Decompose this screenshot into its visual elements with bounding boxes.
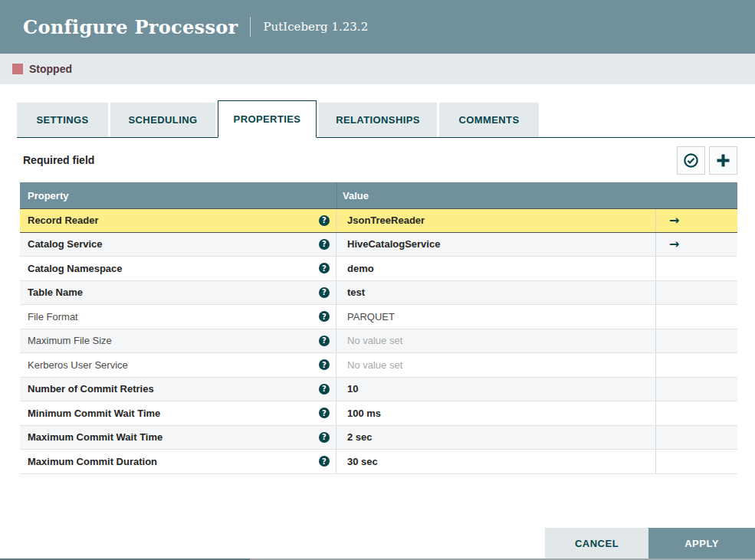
help-icon[interactable]: ? xyxy=(319,384,330,395)
property-value: No value set xyxy=(347,359,402,371)
property-row[interactable]: Minimum Commit Wait Time ? 100 ms xyxy=(20,401,737,426)
status-label: Stopped xyxy=(29,63,72,75)
dialog-header: Configure Processor PutIceberg 1.23.2 xyxy=(0,0,755,54)
help-icon[interactable]: ? xyxy=(319,359,330,370)
toolbar-buttons xyxy=(677,146,737,175)
help-icon[interactable]: ? xyxy=(319,287,330,298)
property-value: test xyxy=(347,287,365,298)
tab-comments[interactable]: COMMENTS xyxy=(439,103,539,137)
title-divider xyxy=(250,17,251,37)
go-to-service-icon[interactable]: → xyxy=(669,215,679,227)
property-row[interactable]: Table Name ? test xyxy=(20,281,737,306)
value-cell[interactable]: test xyxy=(336,281,656,305)
property-column-header: Property xyxy=(20,190,336,201)
help-icon[interactable]: ? xyxy=(319,311,330,322)
property-row[interactable]: Catalog Namespace ? demo xyxy=(20,257,737,281)
property-name: Minimum Commit Wait Time xyxy=(28,408,160,419)
help-icon[interactable]: ? xyxy=(319,432,330,443)
stopped-status-icon xyxy=(12,64,23,74)
property-value: 100 ms xyxy=(347,408,381,419)
property-row[interactable]: File Format ? PARQUET xyxy=(20,305,737,329)
help-icon[interactable]: ? xyxy=(319,215,330,226)
property-name: Kerberos User Service xyxy=(28,359,128,371)
property-row[interactable]: Maximum Commit Duration ? 30 sec xyxy=(20,450,737,474)
tab-label: SETTINGS xyxy=(36,114,88,126)
help-icon[interactable]: ? xyxy=(319,456,330,467)
configure-processor-dialog: Configure Processor PutIceberg 1.23.2 St… xyxy=(0,0,755,560)
dialog-footer: CANCEL APPLY xyxy=(545,528,755,558)
property-cell: Catalog Namespace ? xyxy=(20,257,336,280)
value-cell[interactable]: 100 ms xyxy=(336,401,656,425)
tab-label: PROPERTIES xyxy=(234,113,301,125)
actions-cell xyxy=(656,329,737,353)
value-cell[interactable]: 2 sec xyxy=(336,426,656,450)
value-column-header: Value xyxy=(336,182,656,208)
property-cell: File Format ? xyxy=(20,305,336,329)
property-row[interactable]: Record Reader ? JsonTreeReader → xyxy=(20,208,737,233)
value-cell[interactable]: 30 sec xyxy=(336,450,656,473)
property-value: 2 sec xyxy=(347,431,373,443)
value-cell[interactable]: No value set xyxy=(336,329,656,353)
property-value: 30 sec xyxy=(347,456,378,467)
table-header-row: Property Value xyxy=(20,182,737,208)
tab-relationships[interactable]: RELATIONSHIPS xyxy=(319,103,437,137)
value-cell[interactable]: JsonTreeReader xyxy=(336,209,656,232)
actions-cell xyxy=(656,353,737,377)
property-value: No value set xyxy=(347,335,402,346)
properties-table: Property Value Record Reader ? JsonTreeR… xyxy=(20,182,737,474)
property-name: Number of Commit Retries xyxy=(28,383,154,395)
property-value: HiveCatalogService xyxy=(347,238,440,250)
property-name: Table Name xyxy=(28,287,83,298)
value-cell[interactable]: demo xyxy=(336,257,656,280)
processor-name-version: PutIceberg 1.23.2 xyxy=(263,20,368,34)
value-cell[interactable]: PARQUET xyxy=(336,305,656,329)
dialog-title: Configure Processor xyxy=(23,16,238,38)
required-field-label: Required field xyxy=(23,154,94,166)
apply-button[interactable]: APPLY xyxy=(648,528,755,558)
property-name: Catalog Namespace xyxy=(28,263,123,274)
verify-properties-button[interactable] xyxy=(677,146,705,175)
value-cell[interactable]: HiveCatalogService xyxy=(336,233,656,257)
plus-icon xyxy=(715,152,731,169)
tab-scheduling[interactable]: SCHEDULING xyxy=(110,103,215,137)
property-name: Record Reader xyxy=(28,215,98,226)
status-bar: Stopped xyxy=(0,54,755,84)
property-row[interactable]: Kerberos User Service ? No value set xyxy=(20,353,737,378)
properties-toolbar: Required field xyxy=(23,138,737,182)
value-cell[interactable]: No value set xyxy=(336,353,656,377)
help-icon[interactable]: ? xyxy=(319,336,330,346)
property-cell: Maximum File Size ? xyxy=(20,329,336,353)
actions-cell xyxy=(656,281,737,305)
property-row[interactable]: Catalog Service ? HiveCatalogService → xyxy=(20,233,737,257)
property-cell: Record Reader ? xyxy=(20,209,336,232)
property-row[interactable]: Maximum File Size ? No value set xyxy=(20,329,737,354)
property-cell: Kerberos User Service ? xyxy=(20,353,336,377)
property-cell: Maximum Commit Wait Time ? xyxy=(20,426,336,450)
actions-cell: → xyxy=(656,209,737,232)
property-cell: Number of Commit Retries ? xyxy=(20,378,336,401)
actions-cell xyxy=(656,426,737,450)
property-name: Catalog Service xyxy=(28,238,103,250)
cancel-button[interactable]: CANCEL xyxy=(545,528,648,558)
actions-cell xyxy=(656,450,737,473)
tab-label: RELATIONSHIPS xyxy=(336,114,420,126)
value-cell[interactable]: 10 xyxy=(336,378,656,401)
tab-properties[interactable]: PROPERTIES xyxy=(218,100,317,138)
tab-bar: SETTINGSSCHEDULINGPROPERTIESRELATIONSHIP… xyxy=(17,103,755,138)
property-name: Maximum Commit Wait Time xyxy=(28,431,162,443)
tab-settings[interactable]: SETTINGS xyxy=(17,103,108,137)
tab-label: COMMENTS xyxy=(458,114,519,126)
go-to-service-icon[interactable]: → xyxy=(669,238,679,251)
property-name: File Format xyxy=(28,311,78,323)
property-row[interactable]: Maximum Commit Wait Time ? 2 sec xyxy=(20,426,737,450)
property-row[interactable]: Number of Commit Retries ? 10 xyxy=(20,378,737,402)
add-property-button[interactable] xyxy=(709,146,737,175)
check-circle-icon xyxy=(683,152,699,169)
help-icon[interactable]: ? xyxy=(319,263,330,273)
help-icon[interactable]: ? xyxy=(319,239,330,250)
actions-cell xyxy=(656,401,737,425)
property-cell: Table Name ? xyxy=(20,281,336,305)
property-value: PARQUET xyxy=(347,311,395,323)
help-icon[interactable]: ? xyxy=(319,408,330,418)
property-value: demo xyxy=(347,263,374,274)
